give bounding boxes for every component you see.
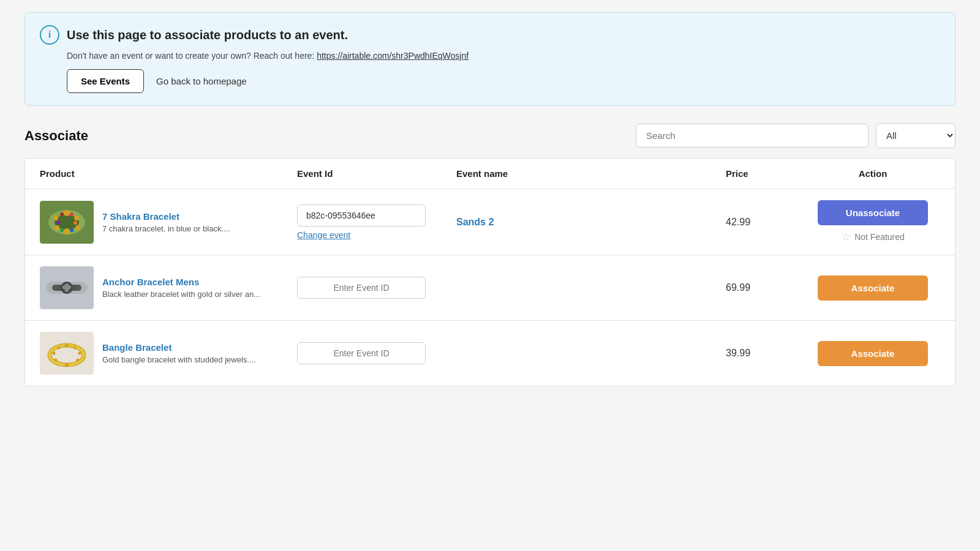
- event-id-input-2[interactable]: [297, 277, 426, 299]
- svg-point-14: [56, 221, 60, 225]
- svg-point-8: [53, 216, 58, 220]
- unassociate-button-1[interactable]: Unassociate: [818, 200, 928, 225]
- svg-point-32: [53, 352, 56, 355]
- go-back-link[interactable]: Go back to homepage: [156, 76, 247, 86]
- action-cell-2: Associate: [805, 276, 940, 301]
- products-table: Product Event Id Event name Price Action: [24, 158, 956, 386]
- action-cell-3: Associate: [805, 341, 940, 366]
- price-3: 39.99: [726, 348, 750, 358]
- section-header: Associate All Associated Unassociated: [24, 123, 956, 148]
- svg-point-13: [60, 228, 64, 232]
- table-header: Product Event Id Event name Price Action: [25, 159, 955, 189]
- svg-point-31: [58, 347, 61, 350]
- product-name-2[interactable]: Anchor Bracelet Mens: [102, 277, 260, 287]
- see-events-button[interactable]: See Events: [67, 69, 144, 93]
- product-image-2: [40, 266, 94, 309]
- action-cell-1: Unassociate ☆ Not Featured: [805, 200, 940, 244]
- product-desc-3: Gold bangle bracelet with studded jewels…: [102, 355, 256, 364]
- svg-point-7: [55, 225, 59, 230]
- event-id-input-1[interactable]: [297, 204, 426, 227]
- svg-point-6: [64, 228, 70, 234]
- header-controls: All Associated Unassociated: [636, 123, 956, 148]
- product-info-2: Anchor Bracelet Mens Black leather brace…: [102, 277, 260, 299]
- svg-point-30: [65, 363, 69, 367]
- product-name-3[interactable]: Bangle Bracelet: [102, 342, 256, 353]
- event-id-cell-3: [297, 342, 456, 364]
- price-2: 69.99: [726, 282, 750, 293]
- product-desc-2: Black leather bracelet with gold or silv…: [102, 290, 260, 299]
- svg-point-4: [74, 216, 79, 220]
- change-event-link-1[interactable]: Change event: [297, 230, 350, 240]
- svg-point-12: [70, 228, 74, 232]
- price-cell-2: 69.99: [726, 282, 805, 293]
- product-cell-2: Anchor Bracelet Mens Black leather brace…: [40, 266, 297, 309]
- product-cell-1: 7 Shakra Bracelet 7 chakra bracelet, in …: [40, 201, 297, 244]
- event-name-cell-1: Sands 2: [456, 217, 726, 228]
- associate-button-3[interactable]: Associate: [818, 341, 928, 366]
- event-id-input-3[interactable]: [297, 342, 426, 364]
- svg-point-9: [60, 212, 64, 216]
- col-header-event-name: Event name: [456, 168, 726, 179]
- svg-point-29: [77, 359, 80, 362]
- product-info-3: Bangle Bracelet Gold bangle bracelet wit…: [102, 342, 256, 364]
- price-1: 42.99: [726, 217, 750, 227]
- star-icon-1: ☆: [841, 230, 851, 244]
- filter-select[interactable]: All Associated Unassociated: [876, 123, 956, 148]
- section-title: Associate: [24, 128, 88, 144]
- product-cell-3: Bangle Bracelet Gold bangle bracelet wit…: [40, 332, 297, 375]
- info-banner: i Use this page to associate products to…: [24, 12, 956, 106]
- svg-point-3: [64, 210, 70, 216]
- svg-point-33: [55, 359, 58, 362]
- svg-point-11: [74, 221, 77, 225]
- not-featured-1: ☆ Not Featured: [841, 230, 905, 244]
- svg-point-28: [78, 352, 81, 355]
- col-header-action: Action: [805, 168, 940, 179]
- info-icon: i: [40, 25, 59, 45]
- banner-subtitle: Don't have an event or want to create yo…: [67, 51, 940, 61]
- event-id-cell-2: [297, 277, 456, 299]
- product-desc-1: 7 chakra bracelet, in blue or black....: [102, 224, 230, 233]
- product-image-1: [40, 201, 94, 244]
- price-cell-3: 39.99: [726, 348, 805, 359]
- table-row: Bangle Bracelet Gold bangle bracelet wit…: [25, 321, 955, 386]
- table-row: 7 Shakra Bracelet 7 chakra bracelet, in …: [25, 189, 955, 255]
- product-image-3: [40, 332, 94, 375]
- associate-button-2[interactable]: Associate: [818, 276, 928, 301]
- svg-point-26: [65, 343, 69, 347]
- col-header-event-id: Event Id: [297, 168, 456, 179]
- search-input[interactable]: [636, 124, 869, 148]
- svg-point-5: [75, 225, 80, 230]
- not-featured-label-1: Not Featured: [854, 232, 905, 242]
- product-info-1: 7 Shakra Bracelet 7 chakra bracelet, in …: [102, 211, 230, 233]
- svg-point-27: [74, 347, 77, 350]
- product-name-1[interactable]: 7 Shakra Bracelet: [102, 211, 230, 222]
- col-header-product: Product: [40, 168, 297, 179]
- svg-point-10: [70, 212, 74, 216]
- svg-rect-22: [62, 285, 71, 289]
- event-id-cell-1: Change event: [297, 204, 456, 240]
- banner-title: Use this page to associate products to a…: [67, 28, 348, 42]
- banner-link[interactable]: https://airtable.com/shr3PwdhIEqWosjnf: [317, 51, 469, 61]
- col-header-price: Price: [726, 168, 805, 179]
- price-cell-1: 42.99: [726, 217, 805, 228]
- event-name-1: Sands 2: [456, 217, 494, 227]
- table-row: Anchor Bracelet Mens Black leather brace…: [25, 255, 955, 321]
